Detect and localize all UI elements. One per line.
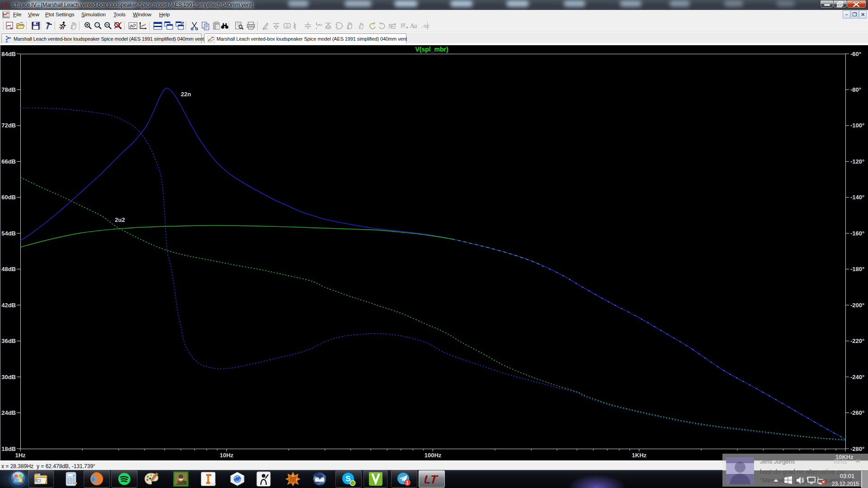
svg-text:0: 0 bbox=[73, 474, 75, 477]
svg-text:-140°: -140° bbox=[850, 194, 864, 201]
svg-text:-120°: -120° bbox=[850, 158, 864, 165]
svg-text:100Hz: 100Hz bbox=[425, 452, 442, 459]
svg-text:66dB: 66dB bbox=[1, 158, 16, 165]
svg-text:-180°: -180° bbox=[850, 266, 864, 272]
svg-text:-260°: -260° bbox=[850, 409, 864, 416]
svg-text:-80°: -80° bbox=[850, 86, 861, 93]
svg-text:-100°: -100° bbox=[850, 122, 864, 129]
svg-text:V(spl_mbr): V(spl_mbr) bbox=[415, 46, 448, 53]
svg-text:30dB: 30dB bbox=[1, 374, 16, 380]
svg-text:42dB: 42dB bbox=[1, 302, 16, 309]
svg-text:22n: 22n bbox=[181, 91, 191, 98]
svg-text:24dB: 24dB bbox=[1, 409, 16, 416]
svg-text:-220°: -220° bbox=[850, 338, 864, 344]
svg-text:-240°: -240° bbox=[850, 374, 864, 380]
svg-text:60dB: 60dB bbox=[1, 194, 16, 201]
svg-text:S: S bbox=[345, 474, 350, 483]
svg-text:10Hz: 10Hz bbox=[220, 452, 234, 459]
svg-text:.op: .op bbox=[420, 23, 429, 29]
svg-text:LT: LT bbox=[1, 2, 9, 8]
svg-text:-60°: -60° bbox=[850, 51, 861, 57]
svg-text:PRO: PRO bbox=[210, 483, 216, 485]
svg-text:18dB: 18dB bbox=[1, 446, 16, 452]
svg-text:1KHz: 1KHz bbox=[632, 452, 647, 459]
svg-text:72dB: 72dB bbox=[1, 122, 16, 129]
svg-text:36dB: 36dB bbox=[1, 338, 16, 344]
svg-text:LT: LT bbox=[425, 473, 439, 485]
svg-text:-200°: -200° bbox=[850, 302, 864, 309]
svg-text:-160°: -160° bbox=[850, 230, 864, 237]
svg-text:48dB: 48dB bbox=[1, 266, 16, 272]
svg-text:1Hz: 1Hz bbox=[15, 452, 26, 459]
svg-text:54dB: 54dB bbox=[1, 230, 16, 237]
svg-text:2u2: 2u2 bbox=[115, 216, 125, 223]
svg-text:-280°: -280° bbox=[850, 446, 864, 452]
svg-text:78dB: 78dB bbox=[1, 86, 16, 93]
svg-text:Aa: Aa bbox=[410, 23, 417, 29]
svg-text:84dB: 84dB bbox=[1, 51, 16, 57]
svg-text:1: 1 bbox=[406, 480, 409, 485]
